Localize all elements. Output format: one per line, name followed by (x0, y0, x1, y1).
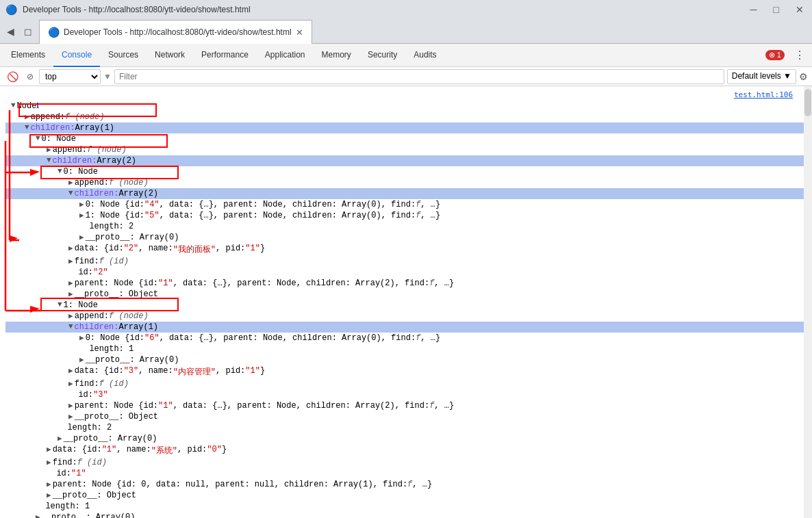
console-output[interactable]: test.html:106 ▼ Node ℹ ▶ a (0, 86, 812, 518)
tree-row: ▶ parent: Node {id: 0, data: null, paren… (5, 479, 807, 490)
tree-row: ▼ 0: Node (5, 133, 807, 144)
title-bar-left: 🔵 Developer Tools - http://localhost:808… (5, 4, 251, 15)
devtools-panel: Elements Console Sources Network Perform… (0, 44, 812, 518)
tree-row: ▶ data: {id: "3" , name: "内容管理" , pid: "… (5, 365, 807, 378)
tree-row-children-2: ▼ children: Array(2) (5, 155, 807, 166)
tree-row: ▶ __proto__: Array(0) (5, 232, 807, 243)
tree-row: ▶ __proto__: Array(0) (5, 433, 807, 444)
tab-back-button[interactable]: ◀ (3, 25, 18, 38)
active-tab[interactable]: 🔵 Developer Tools - http://localhost:808… (39, 20, 312, 44)
tree-row: length: 1 (5, 344, 807, 354)
console-content: test.html:106 ▼ Node ℹ ▶ a (0, 86, 812, 518)
tree-row: ▶ __proto__: Object (5, 490, 807, 501)
tree-row: ▶ data: {id: "2" , name: "我的面板" , pid: "… (5, 243, 807, 256)
tab-security[interactable]: Security (359, 44, 405, 67)
context-selector[interactable]: top (39, 69, 101, 84)
tree-row: length: 1 (5, 501, 807, 512)
tab-audits[interactable]: Audits (405, 44, 444, 67)
tab-console[interactable]: Console (53, 44, 100, 67)
clear-console-button[interactable]: 🚫 (4, 70, 21, 83)
tab-title: Developer Tools - http://localhost:8080/… (64, 27, 292, 37)
tree-root: ▼ Node ℹ ▶ append: f (node) ▼ (5, 101, 807, 518)
tree-row: id: "3" (5, 389, 807, 400)
maximize-button[interactable]: □ (771, 4, 782, 15)
tab-bar: ◀ ◻ 🔵 Developer Tools - http://localhost… (0, 19, 812, 44)
tree-row: length: 2 (5, 422, 807, 433)
tree-row: ▼ 1: Node (5, 300, 807, 311)
tab-favicon: 🔵 (48, 27, 60, 38)
title-bar: 🔵 Developer Tools - http://localhost:808… (0, 0, 812, 19)
error-badge: ⊗ 1 (765, 50, 785, 60)
levels-selector[interactable]: Default levels ▼ (727, 69, 796, 84)
window-controls: ─ □ ✕ (748, 4, 807, 15)
tree-row: ▶ append: f (node) (5, 144, 807, 155)
tree-row: ▶ append: f (node) (5, 177, 807, 188)
filter-input[interactable] (114, 69, 724, 84)
tree-row: ▶ find: f (id) (5, 378, 807, 389)
tab-performance[interactable]: Performance (193, 44, 257, 67)
tree-row: ▶ __proto__: Object (5, 289, 807, 300)
clear-icon: ⊘ (24, 70, 36, 83)
tab-close-button[interactable]: ✕ (296, 27, 303, 38)
minimize-button[interactable]: ─ (748, 4, 760, 15)
tree-row: ▶ data: {id: "1" , name: "系统" , pid: "0"… (5, 444, 807, 457)
tree-row: id: "2" (5, 267, 807, 278)
tree-row: ▶ parent: Node {id: "1" , data: {…}, par… (5, 278, 807, 289)
tree-row: ▶ __proto__: Object (5, 411, 807, 422)
tree-row: ▶ find: f (id) (5, 457, 807, 468)
tree-row-children-3: ▼ children: Array(2) (5, 188, 807, 199)
tree-row: ▶ __proto__: Array(0) (5, 354, 807, 365)
settings-icon[interactable]: ⚙ (799, 71, 808, 82)
tree-row: ▶ 0: Node {id: "6" , data: {…}, parent: … (5, 333, 807, 344)
new-tab-button[interactable]: ◻ (20, 25, 36, 38)
devtools-more-button[interactable]: ⋮ (790, 49, 809, 62)
vertical-scrollbar[interactable] (804, 86, 812, 518)
tree-row: ▶ 0: Node {id: "4" , data: {…}, parent: … (5, 199, 807, 210)
tab-memory[interactable]: Memory (314, 44, 359, 67)
devtools-nav-right: ⊗ 1 ⋮ (765, 49, 809, 62)
source-link[interactable]: test.html:106 (734, 90, 793, 99)
tab-network[interactable]: Network (147, 44, 193, 67)
scroll-thumb[interactable] (804, 89, 811, 116)
tree-row: ▶ parent: Node {id: "1" , data: {…}, par… (5, 400, 807, 411)
tab-nav-buttons: ◀ ◻ (0, 19, 39, 43)
tree-row: ▼ Node ℹ (5, 101, 807, 112)
tab-sources[interactable]: Sources (100, 44, 147, 67)
tree-row: ▶ append: f (node) (5, 311, 807, 322)
tree-row: id: "1" (5, 468, 807, 479)
tree-row: ▶ append: f (node) (5, 112, 807, 122)
tree-row: ▶ 1: Node {id: "5" , data: {…}, parent: … (5, 210, 807, 221)
tree-row: ▶ __proto__: Array(0) (5, 512, 807, 518)
chrome-icon: 🔵 (5, 4, 17, 15)
context-arrow: ▼ (103, 72, 112, 81)
title-text: Developer Tools - http://localhost:8080/… (23, 5, 251, 14)
console-toolbar: 🚫 ⊘ top ▼ Default levels ▼ ⚙ (0, 67, 812, 86)
close-button[interactable]: ✕ (793, 4, 807, 15)
tree-row-children-4: ▼ children: Array(1) (5, 322, 807, 333)
tree-row: ▶ find: f (id) (5, 256, 807, 267)
output-wrapper: test.html:106 ▼ Node ℹ ▶ a (0, 86, 812, 518)
tree-row-children-1: ▼ children: Array(1) (5, 122, 807, 133)
devtools-nav: Elements Console Sources Network Perform… (0, 44, 812, 67)
tab-application[interactable]: Application (257, 44, 314, 67)
tree-row: ▼ 0: Node (5, 166, 807, 177)
tab-elements[interactable]: Elements (3, 44, 53, 67)
tree-row: length: 2 (5, 221, 807, 232)
